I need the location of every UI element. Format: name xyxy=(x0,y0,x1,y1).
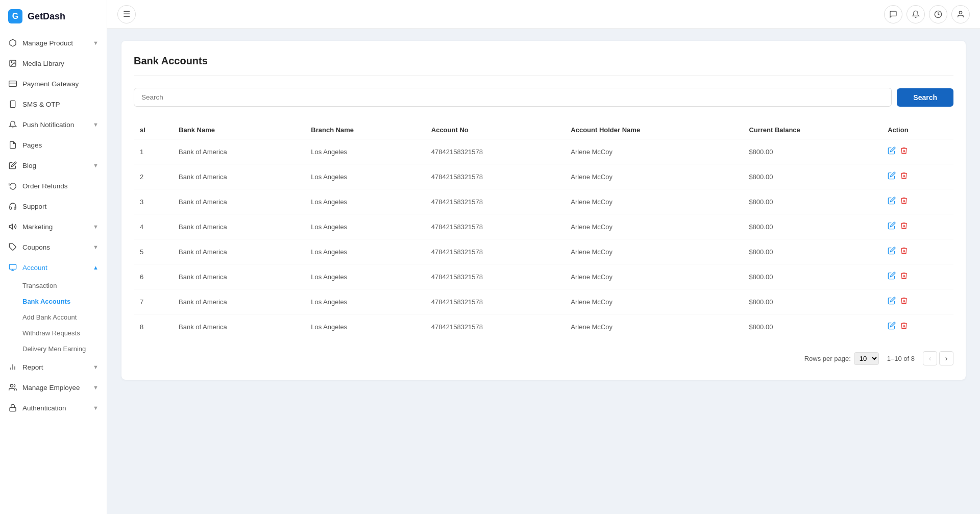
sidebar-item-authentication[interactable]: Authentication ▼ xyxy=(0,398,107,418)
sidebar-item-label: Coupons xyxy=(22,243,50,251)
table-header-row: slBank NameBranch NameAccount NoAccount … xyxy=(134,121,953,139)
sidebar-item-blog[interactable]: Blog ▼ xyxy=(0,155,107,176)
delete-button[interactable] xyxy=(900,272,908,282)
sidebar-item-payment-gateway[interactable]: Payment Gateway xyxy=(0,74,107,94)
rows-per-page: Rows per page: 10 25 50 xyxy=(804,352,879,365)
table-row: 8Bank of AmericaLos Angeles4784215832157… xyxy=(134,314,953,339)
table-cell-action xyxy=(881,289,953,314)
edit-button[interactable] xyxy=(888,297,896,307)
table-cell-branch-name: Los Angeles xyxy=(305,189,425,214)
delete-button[interactable] xyxy=(900,146,908,157)
sidebar-item-label: Manage Employee xyxy=(22,384,80,391)
svg-rect-2 xyxy=(9,81,17,87)
sidebar-item-pages[interactable]: Pages xyxy=(0,135,107,155)
table-header-account-holder-name: Account Holder Name xyxy=(565,121,743,139)
delete-button[interactable] xyxy=(900,172,908,182)
rows-per-page-select[interactable]: 10 25 50 xyxy=(854,352,879,365)
table-cell-branch-name: Los Angeles xyxy=(305,139,425,164)
table-cell-branch-name: Los Angeles xyxy=(305,239,425,264)
search-input[interactable] xyxy=(134,88,892,107)
table-body: 1Bank of AmericaLos Angeles4784215832157… xyxy=(134,139,953,339)
sidebar-item-coupons[interactable]: Coupons ▼ xyxy=(0,237,107,257)
table-header-account-no: Account No xyxy=(425,121,565,139)
chat-icon-button[interactable] xyxy=(884,5,902,23)
edit-button[interactable] xyxy=(888,247,896,257)
search-bar-row: Search xyxy=(134,88,953,107)
table-cell-current-balance: $800.00 xyxy=(743,164,881,189)
edit-button[interactable] xyxy=(888,272,896,282)
table-row: 6Bank of AmericaLos Angeles4784215832157… xyxy=(134,264,953,289)
pagination-prev-button[interactable]: ‹ xyxy=(923,351,937,365)
sidebar-item-label: Support xyxy=(22,203,46,210)
sidebar-item-sms-otp[interactable]: SMS & OTP xyxy=(0,94,107,114)
sidebar-item-label: Account xyxy=(22,264,47,272)
account-icon xyxy=(8,263,17,272)
svg-rect-8 xyxy=(9,264,16,269)
delete-button[interactable] xyxy=(900,222,908,232)
sidebar-item-order-refunds[interactable]: Order Refunds xyxy=(0,176,107,196)
delete-button[interactable] xyxy=(900,297,908,307)
sub-item-withdraw-requests[interactable]: Withdraw Requests xyxy=(22,325,107,341)
search-button[interactable]: Search xyxy=(897,88,953,107)
table-cell-account-no: 47842158321578 xyxy=(425,214,565,239)
delete-button[interactable] xyxy=(900,197,908,207)
menu-toggle-button[interactable]: ☰ xyxy=(117,5,136,23)
table-cell-current-balance: $800.00 xyxy=(743,139,881,164)
sidebar-item-label: Media Library xyxy=(22,60,64,67)
table-cell-sl: 8 xyxy=(134,314,173,339)
delete-button[interactable] xyxy=(900,322,908,332)
edit-button[interactable] xyxy=(888,146,896,157)
table-row: 2Bank of AmericaLos Angeles4784215832157… xyxy=(134,164,953,189)
sub-item-add-bank-account[interactable]: Add Bank Account xyxy=(22,309,107,325)
notification-icon-button[interactable] xyxy=(906,5,925,23)
table-cell-account-holder-name: Arlene McCoy xyxy=(565,189,743,214)
lock-icon xyxy=(8,403,17,412)
action-buttons xyxy=(888,146,947,157)
sidebar-item-media-library[interactable]: Media Library xyxy=(0,53,107,74)
sidebar-item-label: Manage Product xyxy=(22,39,73,47)
page-card: Bank Accounts Search slBank NameBranch N… xyxy=(121,41,966,380)
sub-item-transaction[interactable]: Transaction xyxy=(22,278,107,293)
file-icon xyxy=(8,140,17,150)
sub-item-delivery-men-earning[interactable]: Delivery Men Earning xyxy=(22,341,107,357)
pagination-next-button[interactable]: › xyxy=(939,351,953,365)
sidebar-item-manage-product[interactable]: Manage Product ▼ xyxy=(0,33,107,53)
sidebar-item-account[interactable]: Account ▲ xyxy=(0,257,107,278)
sidebar-item-push-notification[interactable]: Push Notification ▼ xyxy=(0,114,107,135)
sidebar-item-manage-employee[interactable]: Manage Employee ▼ xyxy=(0,377,107,398)
table-cell-branch-name: Los Angeles xyxy=(305,264,425,289)
table-header-sl: sl xyxy=(134,121,173,139)
action-buttons xyxy=(888,222,947,232)
table-cell-sl: 5 xyxy=(134,239,173,264)
chart-icon xyxy=(8,362,17,372)
credit-card-icon xyxy=(8,79,17,88)
table-cell-sl: 3 xyxy=(134,189,173,214)
table-cell-bank-name: Bank of America xyxy=(173,164,305,189)
sidebar-item-label: SMS & OTP xyxy=(22,101,60,108)
edit-button[interactable] xyxy=(888,172,896,182)
edit-button[interactable] xyxy=(888,222,896,232)
sidebar: G GetDash Manage Product ▼ Media Library… xyxy=(0,0,107,514)
action-buttons xyxy=(888,297,947,307)
table-cell-current-balance: $800.00 xyxy=(743,214,881,239)
bell-icon xyxy=(8,120,17,129)
page-content: Bank Accounts Search slBank NameBranch N… xyxy=(107,29,980,514)
app-logo[interactable]: G GetDash xyxy=(0,0,107,33)
table-cell-account-holder-name: Arlene McCoy xyxy=(565,289,743,314)
table-cell-account-no: 47842158321578 xyxy=(425,164,565,189)
sidebar-item-report[interactable]: Report ▼ xyxy=(0,357,107,377)
delete-button[interactable] xyxy=(900,247,908,257)
sidebar-item-support[interactable]: Support xyxy=(0,196,107,216)
edit-button[interactable] xyxy=(888,197,896,207)
edit-button[interactable] xyxy=(888,322,896,332)
sub-item-bank-accounts[interactable]: Bank Accounts xyxy=(22,293,107,309)
sidebar-item-marketing[interactable]: Marketing ▼ xyxy=(0,216,107,237)
table-cell-account-no: 47842158321578 xyxy=(425,264,565,289)
svg-point-1 xyxy=(11,62,12,63)
account-sub-items: TransactionBank AccountsAdd Bank Account… xyxy=(0,278,107,357)
table-cell-account-holder-name: Arlene McCoy xyxy=(565,164,743,189)
topbar: ☰ xyxy=(107,0,980,29)
clock-icon-button[interactable] xyxy=(929,5,947,23)
user-icon-button[interactable] xyxy=(951,5,970,23)
table-cell-current-balance: $800.00 xyxy=(743,289,881,314)
